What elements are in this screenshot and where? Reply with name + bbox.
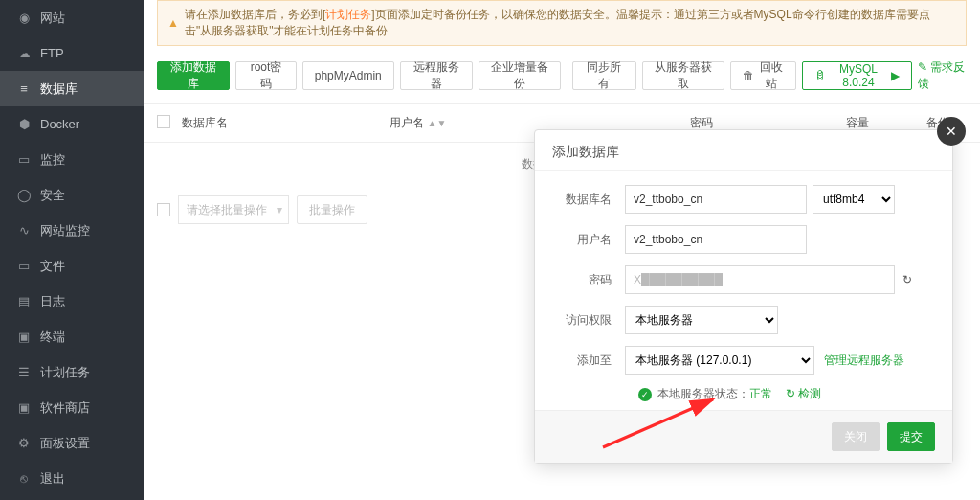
dbname-input[interactable] [625,185,807,214]
label-user: 用户名 [552,232,625,248]
password-input[interactable] [625,265,895,294]
label-permission: 访问权限 [552,312,625,329]
charset-select[interactable]: utf8mb4 [813,185,895,214]
refresh-icon: ↻ [786,387,795,400]
regenerate-password-icon[interactable]: ↻ [902,272,918,287]
ok-icon: ✓ [638,388,652,401]
add-database-modal: ✕ 添加数据库 数据库名 utf8mb4 用户名 密码 ↻ 访问权限 本地服务器 [534,129,953,464]
label-password: 密码 [552,272,625,288]
label-addto: 添加至 [552,352,625,369]
user-input[interactable] [625,225,807,254]
modal-close-footer-button[interactable]: 关闭 [832,422,880,451]
permission-select[interactable]: 本地服务器 [625,306,778,334]
server-status: ✓ 本地服务器状态： 正常 ↻ 检测 [638,386,935,402]
status-ok-text: 正常 [749,386,772,402]
modal-title: 添加数据库 [535,130,952,171]
modal-overlay: ✕ 添加数据库 数据库名 utf8mb4 用户名 密码 ↻ 访问权限 本地服务器 [0,0,980,500]
status-check-link[interactable]: ↻ 检测 [786,386,821,402]
manage-remote-link[interactable]: 管理远程服务器 [824,352,904,369]
modal-close-button[interactable]: ✕ [937,117,966,146]
modal-submit-button[interactable]: 提交 [887,422,935,451]
addto-select[interactable]: 本地服务器 (127.0.0.1) [625,346,814,375]
label-dbname: 数据库名 [552,192,625,208]
